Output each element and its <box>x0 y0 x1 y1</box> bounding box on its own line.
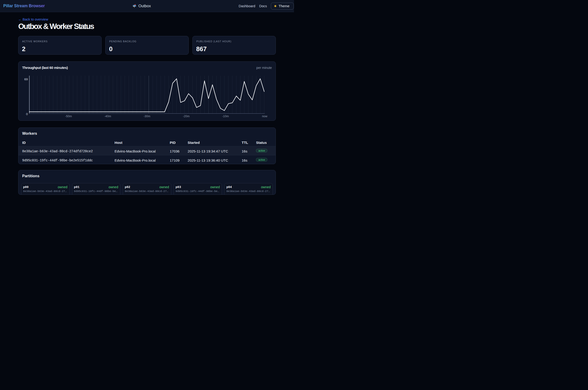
svg-text:0: 0 <box>26 112 28 116</box>
svg-text:-10m: -10m <box>222 115 229 118</box>
svg-text:now: now <box>262 115 268 118</box>
svg-text:69: 69 <box>24 78 28 81</box>
svg-text:-50m: -50m <box>65 115 72 118</box>
svg-text:-20m: -20m <box>183 115 189 118</box>
svg-text:-30m: -30m <box>144 115 150 118</box>
svg-text:-40m: -40m <box>104 115 111 118</box>
